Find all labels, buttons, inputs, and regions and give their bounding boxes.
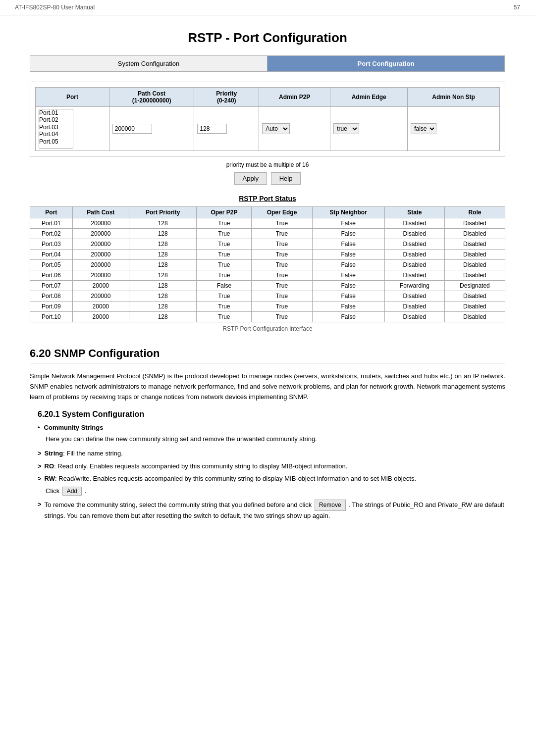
bullet-label: Community Strings (44, 424, 104, 431)
page-header: AT-IFS802SP-80 User Manual 57 (0, 0, 535, 15)
admin-p2p-cell: Auto True False (259, 107, 330, 151)
page-title: RSTP - Port Configuration (30, 30, 505, 46)
bullet-dot: • (38, 424, 40, 431)
arrow-icon-2: > (38, 461, 42, 471)
arrow-rw-text: RW: Read/write. Enables requests accompa… (45, 474, 417, 484)
admin-non-stp-cell: false true (408, 107, 500, 151)
header-left: AT-IFS802SP-80 User Manual (15, 4, 95, 11)
arrow-ro-text: RO: Read only. Enables requests accompan… (45, 461, 348, 471)
status-col-stp-neighbor: Stp Neighbor (312, 207, 384, 218)
click-add-row: Click Add . (46, 487, 505, 496)
table-row: Port.01200000128TrueTrueFalseDisabledDis… (30, 218, 505, 229)
status-table: Port Path Cost Port Priority Oper P2P Op… (30, 206, 505, 322)
config-row: Port.01 Port.02 Port.03 Port.04 Port.05 (36, 107, 500, 151)
arrow-string-text: String: Fill the name string. (45, 449, 123, 458)
arrow-remove: > To remove the community string, select… (38, 500, 505, 521)
add-button-inline[interactable]: Add (62, 487, 82, 496)
table-row: Port.02200000128TrueTrueFalseDisabledDis… (30, 229, 505, 239)
port-select[interactable]: Port.01 Port.02 Port.03 Port.04 Port.05 (39, 109, 73, 149)
status-col-port: Port (30, 207, 73, 218)
admin-non-stp-select[interactable]: false true (411, 123, 436, 134)
priority-input[interactable] (197, 124, 227, 134)
status-col-path-cost: Path Cost (72, 207, 129, 218)
status-col-priority: Port Priority (129, 207, 196, 218)
arrow-rw: > RW: Read/write. Enables requests accom… (38, 474, 505, 484)
community-strings-desc: Here you can define the new community st… (46, 434, 505, 445)
tab-port-configuration[interactable]: Port Configuration (268, 56, 505, 71)
apply-button[interactable]: Apply (234, 172, 268, 185)
arrow-icon-1: > (38, 449, 42, 458)
admin-edge-cell: true false (330, 107, 408, 151)
col-port: Port (36, 88, 109, 107)
page-content: RSTP - Port Configuration System Configu… (0, 15, 535, 539)
path-cost-cell (109, 107, 194, 151)
form-buttons: Apply Help (30, 172, 505, 185)
tab-system-configuration[interactable]: System Configuration (30, 56, 268, 71)
admin-p2p-select[interactable]: Auto True False (262, 123, 290, 134)
arrow-remove-text: To remove the community string, select t… (45, 500, 505, 521)
table-row: Port.04200000128TrueTrueFalseDisabledDis… (30, 250, 505, 260)
arrow-string: > String: Fill the name string. (38, 449, 505, 458)
table-row: Port.0920000128TrueTrueFalseDisabledDisa… (30, 302, 505, 312)
priority-cell (194, 107, 259, 151)
table-caption: RSTP Port Configuration interface (30, 325, 505, 332)
table-row: Port.08200000128TrueTrueFalseDisabledDis… (30, 291, 505, 302)
col-admin-non-stp: Admin Non Stp (408, 88, 500, 107)
col-path-cost: Path Cost(1-200000000) (109, 88, 194, 107)
col-admin-p2p: Admin P2P (259, 88, 330, 107)
config-table: Port Path Cost(1-200000000) Priority(0-2… (35, 87, 500, 151)
table-row: Port.03200000128TrueTrueFalseDisabledDis… (30, 239, 505, 250)
status-col-oper-edge: Oper Edge (252, 207, 312, 218)
arrow-ro: > RO: Read only. Enables requests accomp… (38, 461, 505, 471)
table-row: Port.06200000128TrueTrueFalseDisabledDis… (30, 270, 505, 281)
arrow-icon-3: > (38, 474, 42, 484)
status-table-title: RSTP Port Status (30, 195, 505, 202)
admin-edge-select[interactable]: true false (333, 123, 359, 134)
port-select-cell: Port.01 Port.02 Port.03 Port.04 Port.05 (36, 107, 109, 151)
table-row: Port.0720000128FalseTrueFalseForwardingD… (30, 281, 505, 291)
header-right: 57 (514, 4, 520, 11)
table-row: Port.1020000128TrueTrueFalseDisabledDisa… (30, 312, 505, 322)
priority-note: priority must be a multiple of 16 (30, 161, 505, 168)
col-admin-edge: Admin Edge (330, 88, 408, 107)
col-priority: Priority(0-240) (194, 88, 259, 107)
remove-button-inline[interactable]: Remove (315, 500, 346, 511)
path-cost-input[interactable] (112, 124, 152, 134)
subsection-6201-title: 6.20.1 System Configuration (38, 410, 505, 419)
section-620-title: 6.20 SNMP Configuration (30, 347, 505, 363)
status-col-state: State (384, 207, 444, 218)
community-strings-bullet: • Community Strings (38, 424, 505, 431)
status-col-role: Role (444, 207, 505, 218)
arrow-icon-4: > (38, 500, 42, 509)
status-section: RSTP Port Status Port Path Cost Port Pri… (30, 195, 505, 332)
tab-bar: System Configuration Port Configuration (30, 55, 505, 72)
help-button[interactable]: Help (271, 172, 301, 185)
table-row: Port.05200000128TrueTrueFalseDisabledDis… (30, 260, 505, 270)
section-620-body: Simple Network Management Protocol (SNMP… (30, 371, 505, 402)
config-form: Port Path Cost(1-200000000) Priority(0-2… (30, 82, 505, 156)
status-col-oper-p2p: Oper P2P (197, 207, 252, 218)
